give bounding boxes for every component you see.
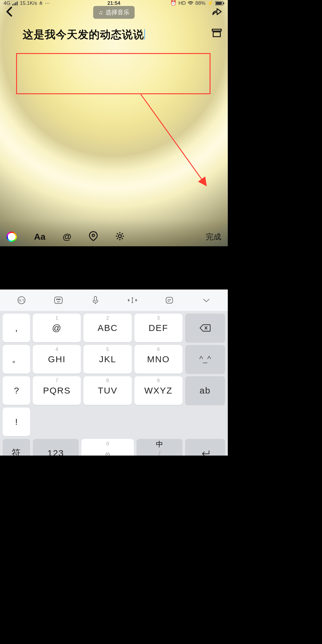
svg-line-16 — [117, 233, 118, 234]
key-question[interactable]: ? — [3, 376, 30, 405]
key-ab[interactable]: ab — [185, 376, 225, 405]
svg-rect-26 — [94, 296, 97, 301]
select-music-label: 选择音乐 — [106, 8, 129, 16]
key-5-jkl[interactable]: 5JKL — [83, 345, 131, 374]
key-language[interactable]: 中/英 — [137, 439, 182, 456]
svg-point-11 — [118, 235, 121, 238]
svg-rect-31 — [166, 297, 173, 303]
editor-toolbar: Aa @ 完成 — [0, 227, 228, 246]
key-7-pqrs[interactable]: 7PQRS — [33, 376, 81, 405]
voice-input-icon[interactable] — [89, 296, 102, 305]
key-period[interactable]: 。 — [3, 345, 30, 374]
post-text: 这是我今天发的动态说说 — [23, 28, 144, 41]
back-button[interactable] — [5, 6, 13, 18]
svg-rect-22 — [55, 297, 62, 304]
done-button[interactable]: 完成 — [206, 232, 221, 242]
key-123[interactable]: 123 — [33, 439, 79, 456]
key-backspace[interactable] — [185, 314, 225, 342]
hide-keyboard-icon[interactable] — [200, 298, 213, 303]
key-6-mno[interactable]: 6MNO — [134, 345, 182, 374]
cursor-move-icon[interactable] — [126, 297, 139, 304]
svg-point-35 — [107, 454, 108, 455]
svg-point-24 — [58, 299, 59, 300]
key-9-wxyz[interactable]: 9WXYZ — [134, 376, 182, 405]
key-2-abc[interactable]: 2ABC — [83, 314, 131, 342]
settings-button[interactable] — [115, 231, 125, 242]
post-text-editor[interactable]: 这是我今天发的动态说说 — [0, 18, 228, 43]
svg-text:讯飞: 讯飞 — [18, 299, 24, 302]
key-8-tuv[interactable]: 8TUV — [83, 376, 131, 405]
music-icon: ♫ — [99, 9, 103, 16]
clipboard-icon[interactable] — [163, 296, 176, 304]
keyboard: 讯飞 , 1@ 2ABC 3DEF 。 4GHI 5JKL 6MNO ^_^ ?… — [0, 290, 228, 456]
clock: 21:54 — [0, 0, 228, 6]
svg-line-19 — [117, 238, 118, 239]
key-space[interactable]: 0 — [81, 439, 134, 456]
share-button[interactable] — [212, 7, 222, 18]
svg-line-17 — [122, 238, 123, 239]
font-button[interactable]: Aa — [34, 232, 45, 242]
status-bar: 4G 15.1K/s ⋔ ⋯ 21:54 ⏰ HD 88% ⚡ — [0, 0, 228, 6]
svg-point-25 — [60, 299, 61, 300]
keyboard-layout-icon[interactable] — [52, 296, 65, 304]
svg-line-18 — [122, 233, 123, 234]
key-exclaim[interactable]: ! — [3, 408, 30, 436]
key-comma[interactable]: , — [3, 314, 30, 342]
key-enter[interactable] — [185, 439, 225, 456]
ime-logo-icon[interactable]: 讯飞 — [15, 296, 28, 305]
location-button[interactable] — [89, 231, 98, 242]
keyboard-toolbar: 讯飞 — [0, 290, 228, 311]
key-emoticon[interactable]: ^_^ — [185, 345, 225, 374]
svg-point-23 — [57, 299, 58, 300]
svg-point-10 — [92, 234, 95, 236]
mention-button[interactable]: @ — [63, 232, 71, 242]
key-1-at[interactable]: 1@ — [33, 314, 81, 342]
key-3-def[interactable]: 3DEF — [134, 314, 182, 342]
text-cursor — [144, 29, 145, 39]
key-4-ghi[interactable]: 4GHI — [33, 345, 81, 374]
key-symbols[interactable]: 符 — [3, 439, 30, 456]
select-music-button[interactable]: ♫ 选择音乐 — [93, 6, 135, 19]
color-picker-button[interactable] — [7, 232, 17, 242]
